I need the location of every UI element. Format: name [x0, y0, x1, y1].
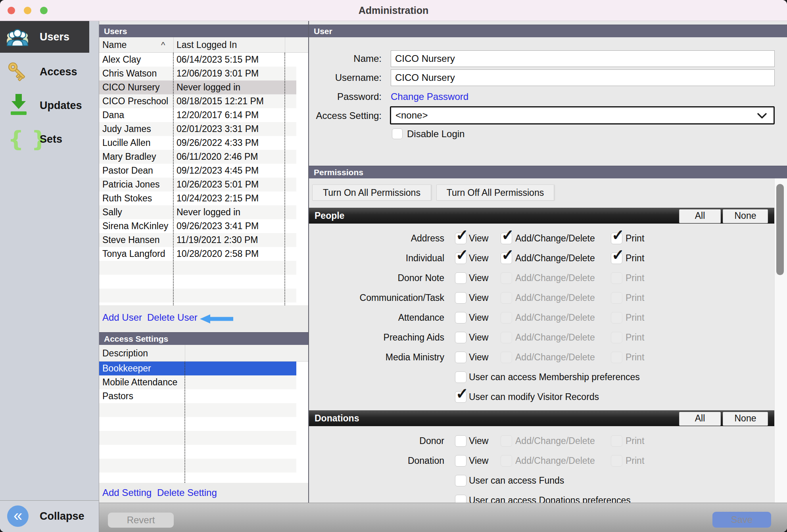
print-checkbox[interactable]	[611, 455, 622, 467]
print-checkbox[interactable]	[611, 253, 622, 264]
view-checkbox[interactable]	[455, 332, 466, 343]
table-row[interactable]: Mobile Attendance	[99, 375, 296, 389]
last-logged-in-cell: 09/26/2022 4:33 PM	[177, 136, 259, 150]
add-change-delete-checkbox[interactable]	[501, 455, 512, 467]
table-row[interactable]: Steve Hansen11/19/2021 2:30 PM	[99, 233, 296, 247]
access-setting-select[interactable]: <none>	[390, 106, 775, 124]
add-change-delete-checkbox[interactable]	[501, 332, 512, 343]
table-row[interactable]: Pastor Dean09/12/2023 4:45 PM	[99, 164, 296, 178]
permission-category-label: Media Ministry	[309, 352, 444, 363]
view-checkbox[interactable]	[455, 292, 466, 304]
disable-login-checkbox[interactable]	[392, 128, 403, 139]
table-row-empty	[99, 417, 296, 431]
add-change-delete-checkbox[interactable]	[501, 233, 512, 244]
revert-button[interactable]: Revert	[108, 513, 174, 528]
access-settings-table: BookkeeperMobile AttendancePastors	[99, 362, 308, 483]
permission-extra-row: User can access Membership preferences	[309, 367, 774, 387]
username-field[interactable]	[391, 69, 775, 86]
permission-row: Communication/TaskViewAdd/Change/DeleteP…	[309, 288, 774, 308]
access-settings-actions-strip: Add Setting Delete Setting	[99, 483, 308, 503]
delete-setting-link[interactable]: Delete Setting	[157, 487, 217, 498]
add-user-link[interactable]: Add User	[102, 312, 142, 323]
users-table-header: Name ^ Last Logged In	[99, 37, 308, 53]
all-button[interactable]: All	[679, 412, 721, 426]
table-row[interactable]: Dana12/20/2017 6:14 PM	[99, 108, 296, 122]
add-change-delete-label: Add/Change/Delete	[515, 253, 595, 264]
print-checkbox[interactable]	[611, 272, 622, 284]
print-checkbox[interactable]	[611, 435, 622, 447]
none-button[interactable]: None	[723, 209, 768, 223]
column-header-description[interactable]: Description	[102, 345, 148, 362]
name-label: Name:	[309, 50, 382, 67]
add-change-delete-label: Add/Change/Delete	[515, 293, 595, 303]
print-checkbox[interactable]	[611, 292, 622, 304]
table-row[interactable]: Patricia Jones10/26/2023 5:01 PM	[99, 178, 296, 191]
delete-user-link[interactable]: Delete User	[147, 312, 198, 323]
view-checkbox[interactable]	[455, 233, 466, 244]
collapse-button[interactable]: Collapse	[40, 500, 84, 532]
add-change-delete-checkbox[interactable]	[501, 253, 512, 264]
permissions-list: PeopleAllNoneAddressViewAdd/Change/Delet…	[309, 178, 774, 503]
table-row[interactable]: Ruth Stokes10/24/2023 2:15 PM	[99, 191, 296, 205]
access-setting-value: <none>	[395, 110, 428, 121]
permission-row: DonorViewAdd/Change/DeletePrint	[309, 431, 774, 451]
table-row[interactable]: CICO Preschool08/18/2015 12:21 PM	[99, 94, 296, 108]
last-logged-in-cell: 02/01/2023 3:31 PM	[177, 122, 259, 136]
add-change-delete-label: Add/Change/Delete	[515, 312, 595, 323]
print-label: Print	[626, 332, 644, 343]
table-row[interactable]: Mary Bradley06/11/2020 2:46 PM	[99, 150, 296, 164]
add-change-delete-checkbox[interactable]	[501, 312, 512, 323]
table-row[interactable]: Judy James02/01/2023 3:31 PM	[99, 122, 296, 136]
view-label: View	[469, 253, 488, 264]
table-row[interactable]: Sirena McKinley09/26/2023 3:41 PM	[99, 219, 296, 233]
add-change-delete-checkbox[interactable]	[501, 435, 512, 447]
extra-permission-checkbox[interactable]	[455, 391, 466, 403]
extra-permission-checkbox[interactable]	[455, 495, 466, 503]
column-divider-dotted	[173, 53, 174, 305]
name-field[interactable]	[391, 50, 775, 67]
print-checkbox[interactable]	[611, 233, 622, 244]
print-checkbox[interactable]	[611, 312, 622, 323]
sidebar-item-users[interactable]: Users	[0, 21, 89, 53]
view-label: View	[469, 352, 488, 363]
change-password-link[interactable]: Change Password	[391, 91, 468, 102]
view-label: View	[469, 332, 488, 343]
collapse-icon[interactable]: «	[7, 505, 29, 527]
table-row[interactable]: Chris Watson12/06/2019 3:01 PM	[99, 67, 296, 80]
add-change-delete-checkbox[interactable]	[501, 272, 512, 284]
all-button[interactable]: All	[679, 209, 721, 223]
add-setting-link[interactable]: Add Setting	[102, 487, 152, 498]
user-panel-header: User	[309, 25, 787, 37]
vertical-scrollbar[interactable]	[774, 178, 787, 503]
table-row[interactable]: CICO NurseryNever logged in	[99, 80, 296, 94]
table-row[interactable]: Alex Clay06/14/2023 5:15 PM	[99, 53, 296, 67]
view-checkbox[interactable]	[455, 435, 466, 447]
table-row[interactable]: Pastors	[99, 389, 296, 403]
column-separator	[185, 345, 185, 361]
users-panel-header: Users	[99, 25, 308, 37]
table-row[interactable]: Lucille Allen09/26/2022 4:33 PM	[99, 136, 296, 150]
none-button[interactable]: None	[723, 412, 768, 426]
table-row[interactable]: Bookkeeper	[99, 362, 296, 375]
sidebar-item-sets[interactable]: { } Sets	[0, 123, 89, 155]
add-change-delete-checkbox[interactable]	[501, 292, 512, 304]
permission-category-label: Donor Note	[309, 273, 444, 283]
view-checkbox[interactable]	[455, 272, 466, 284]
extra-permission-checkbox[interactable]	[455, 475, 466, 486]
column-header-last-logged-in[interactable]: Last Logged In	[177, 37, 237, 53]
print-checkbox[interactable]	[611, 352, 622, 363]
extra-permission-checkbox[interactable]	[455, 371, 466, 383]
print-checkbox[interactable]	[611, 332, 622, 343]
column-header-name[interactable]: Name	[102, 37, 127, 53]
add-change-delete-checkbox[interactable]	[501, 352, 512, 363]
sidebar-item-updates[interactable]: Updates	[0, 90, 89, 121]
scrollbar-thumb[interactable]	[776, 184, 784, 275]
view-checkbox[interactable]	[455, 352, 466, 363]
sidebar-item-access[interactable]: Access	[0, 56, 89, 88]
view-checkbox[interactable]	[455, 455, 466, 467]
view-checkbox[interactable]	[455, 312, 466, 323]
table-row[interactable]: Tonya Langford10/28/2020 2:58 PM	[99, 247, 296, 261]
table-row[interactable]: SallyNever logged in	[99, 205, 296, 219]
save-button[interactable]: Save	[712, 512, 771, 528]
view-checkbox[interactable]	[455, 253, 466, 264]
